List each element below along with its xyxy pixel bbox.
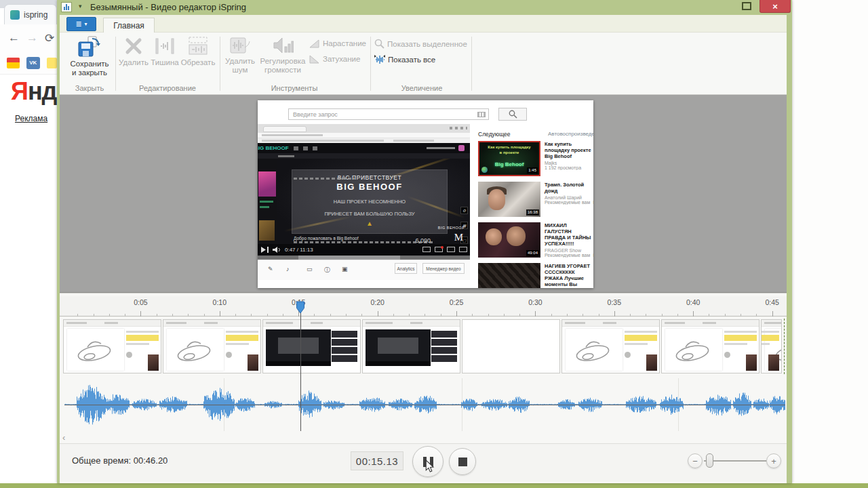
volume-button[interactable]: Регулировка громкости (258, 36, 307, 75)
ruler-tick (614, 311, 615, 317)
silence-icon (155, 36, 175, 56)
suggestion-item[interactable]: Как купить площадкув проектеBig Behoof1:… (478, 141, 593, 176)
cc-icon[interactable] (422, 247, 431, 252)
reload-icon[interactable]: ⟳ (45, 31, 54, 45)
browser-tab[interactable]: ispring (4, 4, 57, 24)
suggestion-thumbnail[interactable] (478, 263, 540, 288)
suggestion-item[interactable]: 16:38Трамп. Золотой дождАнатолий ШарийРе… (478, 182, 593, 217)
app-menu-button[interactable]: ≣ ▾ (66, 17, 96, 31)
welcome-line4: ПРИНЕСЕТ ВАМ БОЛЬШУЮ ПОЛЬЗУ (292, 211, 447, 217)
close-button[interactable]: × (760, 0, 791, 13)
forward-icon[interactable]: → (26, 31, 38, 45)
autoplay-label: Автовоспроизведение (548, 131, 593, 137)
ruler-tick (393, 314, 394, 317)
ruler-tick (567, 314, 568, 317)
group-label-tools: Инструменты (223, 84, 366, 92)
suggestion-title[interactable]: Трамп. Золотой дожд (545, 182, 593, 194)
suggestion-item[interactable]: 49:04МИХАИЛ ГАЛУСТЯН ПРАВДА И ТАЙНЫ УСПЕ… (478, 222, 593, 258)
volume-icon[interactable] (273, 247, 281, 253)
save-and-close-button[interactable]: Сохранить и закрыть (68, 36, 111, 77)
audio-waveform[interactable] (64, 378, 785, 431)
ruler-tick (172, 314, 173, 317)
stop-button[interactable] (449, 448, 476, 475)
fade-out-button[interactable]: Затухание (309, 54, 360, 64)
video-manager-button[interactable]: Менеджер видео (422, 263, 465, 274)
timeline-clip-ufo[interactable] (63, 319, 161, 373)
tab-home[interactable]: Главная (103, 18, 155, 33)
show-selected-button[interactable]: Показать выделенное (374, 39, 467, 49)
ribbon-tab-row: ≣ ▾ Главная (60, 15, 787, 33)
ruler-tick (425, 314, 425, 317)
app-icon (61, 2, 72, 12)
ruler-tick (504, 314, 505, 317)
ruler-tick (267, 314, 268, 317)
ruler-label: 0:40 (679, 298, 707, 306)
ruler-tick (756, 314, 757, 317)
trim-icon (187, 36, 209, 56)
ruler-tick (140, 311, 141, 317)
show-all-button[interactable]: Показать все (374, 54, 435, 64)
enhance-icon[interactable]: ✎ (268, 266, 273, 272)
info-icon[interactable]: ⓘ (324, 266, 330, 274)
youtube-search-input[interactable]: Введите запрос (288, 108, 489, 120)
settings-icon[interactable] (435, 247, 443, 252)
keyboard-icon (477, 112, 486, 117)
m-logo: M (454, 232, 463, 243)
back-icon[interactable]: ← (8, 31, 20, 45)
search-placeholder: Введите запрос (293, 111, 338, 118)
playhead-handle[interactable] (296, 301, 305, 314)
ad-link[interactable]: Реклама (15, 114, 47, 123)
ruler-tick (346, 314, 347, 317)
timeline-clip-ufo[interactable] (561, 319, 660, 373)
silence-button[interactable]: Тишина (150, 36, 180, 67)
subtitles-icon[interactable]: ▣ (342, 266, 348, 272)
total-time-label: Общее время: 00:46.20 (72, 455, 167, 466)
ruler-tick (551, 314, 552, 317)
quick-access-dropdown-icon[interactable]: ▾ (79, 3, 82, 9)
card-icon[interactable]: ▭ (307, 266, 313, 272)
timeline-scroll-left-icon[interactable]: ‹ (62, 432, 65, 443)
zoom-out-button[interactable]: − (688, 453, 703, 468)
mail-bookmark-icon[interactable] (7, 58, 20, 68)
timeline-clip-ufo[interactable] (163, 319, 261, 373)
vk-bookmark-icon[interactable]: VK (26, 57, 40, 69)
ruler-tick (251, 314, 252, 317)
welcome-line3: НАШ ПРОЕКТ НЕСОМНЕННО (292, 199, 447, 205)
suggestion-thumbnail[interactable]: Как купить площадкув проектеBig Behoof1:… (478, 141, 540, 176)
audio-icon[interactable]: ♪ (286, 266, 290, 272)
suggestion-title[interactable]: НАГИЕВ УГОРАЕТ ССССККККК РЖАКА Лучшие мо… (545, 263, 593, 287)
ruler-tick (677, 314, 678, 317)
desktop-strip (0, 483, 868, 488)
ruler-tick (488, 314, 489, 317)
analytics-button[interactable]: Analytics (395, 263, 417, 274)
suggestion-title[interactable]: МИХАИЛ ГАЛУСТЯН ПРАВДА И ТАЙНЫ УСПЕХА!!!… (545, 222, 593, 247)
play-next-icon[interactable] (261, 247, 269, 253)
remove-noise-button[interactable]: Удалить шум (223, 36, 257, 75)
fade-in-button[interactable]: Нарастание (309, 39, 366, 48)
delete-icon (123, 36, 144, 56)
suggestion-item[interactable]: НАГИЕВ УГОРАЕТ ССССККККК РЖАКА Лучшие мо… (478, 263, 593, 288)
timeline-clip-yt[interactable] (262, 319, 361, 373)
youtube-search-button[interactable] (498, 108, 527, 121)
watermark: BIG BEHOOF (438, 226, 465, 230)
ruler-tick (725, 314, 726, 317)
suggestion-thumbnail[interactable]: 16:38 (478, 182, 540, 217)
suggestion-thumbnail[interactable]: 49:04 (478, 222, 540, 258)
theater-icon[interactable] (447, 247, 455, 252)
zoom-slider-handle[interactable] (706, 453, 713, 468)
trim-button[interactable]: Обрезать (180, 36, 216, 67)
timeline-clip-ufo[interactable] (761, 319, 782, 373)
zoom-in-button[interactable]: + (766, 453, 781, 468)
timeline-clip-yt[interactable] (362, 319, 460, 373)
titlebar[interactable]: ▾ Безымянный - Видео редактор iSpring × (57, 0, 792, 15)
suggestion-meta: Рекомендуемые вам НОВ (545, 253, 593, 258)
restore-button[interactable] (742, 2, 751, 10)
video-caption: Добро пожаловать в Big Behoof (294, 236, 358, 241)
suggestion-title[interactable]: Как купить площадку проекте Big Behoof (545, 141, 593, 159)
bookmark-icon[interactable] (47, 58, 57, 68)
timeline-clip-ufo[interactable] (661, 319, 760, 373)
timeline-clip-blank[interactable] (462, 319, 560, 373)
delete-button[interactable]: Удалить (118, 36, 149, 67)
fullscreen-icon[interactable] (459, 247, 467, 252)
ruler-label: 0:30 (521, 298, 549, 306)
